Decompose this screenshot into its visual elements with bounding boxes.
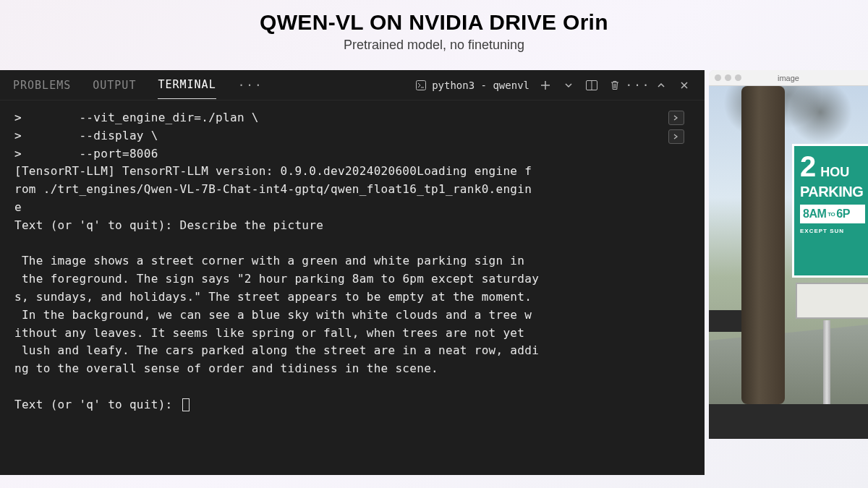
sign-parking-text: PARKING (800, 184, 865, 200)
tabs-overflow-icon[interactable]: ··· (238, 78, 263, 92)
scroll-marker-icon (668, 111, 684, 125)
sign-time-from: 8AM (803, 207, 826, 220)
sign-number-row: 2 HOU (800, 152, 865, 181)
slide-subtitle: Pretrained model, no finetuning (0, 38, 868, 53)
content-row: PROBLEMS OUTPUT TERMINAL ··· python3 - q… (0, 70, 868, 475)
terminal-output[interactable]: > --vit_engine_dir=./plan \ > --display … (0, 100, 705, 475)
code-editor-panel: PROBLEMS OUTPUT TERMINAL ··· python3 - q… (0, 70, 705, 475)
slide-header: QWEN-VL ON NVIDIA DRIVE Orin Pretrained … (0, 0, 868, 59)
tab-terminal[interactable]: TERMINAL (158, 71, 216, 99)
scroll-marker-icon (668, 129, 684, 144)
tab-problems[interactable]: PROBLEMS (13, 72, 71, 99)
terminal-dropdown-icon[interactable] (561, 78, 576, 93)
slide-title: QWEN-VL ON NVIDIA DRIVE Orin (0, 10, 868, 35)
parking-sign: 2 HOU PARKING 8AMTO6P EXCEPT SUN (792, 144, 868, 278)
sign-time-to: 6P (836, 207, 850, 220)
traffic-close-icon[interactable] (715, 74, 721, 81)
sign-time-to-word: TO (827, 211, 835, 218)
sign-hour-text: HOU (820, 166, 849, 179)
photo-tree-trunk (741, 86, 785, 404)
more-actions-icon[interactable]: ··· (631, 78, 645, 93)
image-window-title: image (778, 74, 799, 82)
image-window: image 2 HOU PARKING 8AMTO6P EXCE (709, 70, 868, 439)
close-panel-icon[interactable] (677, 78, 692, 93)
photo-sidewalk (709, 325, 868, 404)
sign-big-number: 2 (800, 152, 816, 181)
terminal-prompt-icon (414, 79, 427, 92)
terminal-toolbar: python3 - qwenvl ··· (414, 78, 692, 93)
sign-except-text: EXCEPT SUN (800, 228, 865, 234)
parking-sign-secondary (796, 283, 868, 319)
chevron-up-icon[interactable] (654, 78, 668, 93)
new-terminal-icon[interactable] (538, 78, 553, 93)
image-preview-panel: image 2 HOU PARKING 8AMTO6P EXCE (709, 70, 868, 475)
trash-icon[interactable] (608, 78, 622, 93)
traffic-max-icon[interactable] (735, 74, 741, 81)
parking-sign-photo: 2 HOU PARKING 8AMTO6P EXCEPT SUN (709, 86, 868, 404)
terminal-process-text: python3 - qwenvl (432, 80, 529, 91)
sign-time-row: 8AMTO6P (800, 205, 865, 223)
photo-parked-cars (709, 310, 745, 332)
tab-output[interactable]: OUTPUT (93, 72, 136, 99)
terminal-cursor (182, 398, 190, 411)
svg-rect-0 (417, 80, 426, 90)
window-traffic-lights[interactable] (715, 74, 741, 81)
traffic-min-icon[interactable] (725, 74, 731, 81)
terminal-text: > --vit_engine_dir=./plan \ > --display … (14, 111, 539, 411)
terminal-scroll-minimap[interactable] (668, 109, 690, 466)
split-terminal-icon[interactable] (584, 78, 599, 93)
photo-sign-pole (823, 320, 830, 404)
image-window-titlebar[interactable]: image (709, 70, 868, 86)
panel-tabs: PROBLEMS OUTPUT TERMINAL ··· python3 - q… (0, 70, 705, 100)
terminal-process-label[interactable]: python3 - qwenvl (414, 79, 529, 92)
image-viewer-footer (709, 404, 868, 439)
